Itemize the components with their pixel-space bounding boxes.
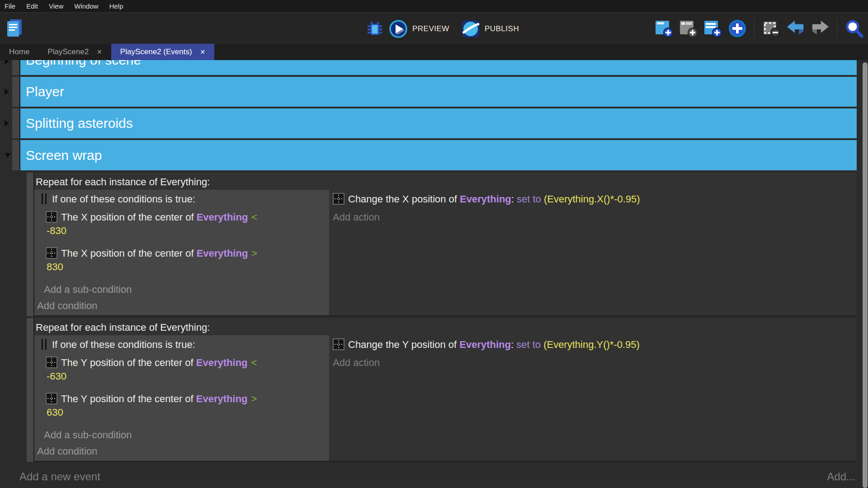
or-condition-label: If one of these conditions is true: xyxy=(52,339,195,350)
menu-edit[interactable]: Edit xyxy=(21,0,43,13)
condition-text: The Y position of the center of xyxy=(61,357,196,368)
repeat-event-x[interactable]: Repeat for each instance of Everything: … xyxy=(27,173,857,316)
event-handle[interactable] xyxy=(12,60,20,75)
action-expression: (Everything.X()*-0.95) xyxy=(544,193,640,205)
chevron-right-icon[interactable] xyxy=(5,120,9,127)
tab-bar: Home PlayScene2 ✕ PlayScene2 (Events) ✕ xyxy=(0,44,868,60)
add-comment-icon[interactable] xyxy=(703,19,722,38)
tab-home[interactable]: Home xyxy=(0,44,38,60)
comparison-operator: < xyxy=(251,211,257,223)
or-condition-row[interactable]: If one of these conditions is true: xyxy=(42,338,326,352)
close-icon[interactable]: ✕ xyxy=(97,48,102,56)
position-icon xyxy=(46,211,57,223)
tab-label: PlayScene2 (Events) xyxy=(120,47,192,56)
add-circle-icon[interactable] xyxy=(728,19,747,38)
event-group-splitting-asteroids[interactable]: Splitting asteroids xyxy=(12,108,857,138)
chevron-down-icon[interactable] xyxy=(5,153,11,158)
action-row[interactable]: Change the Y position of Everything: set… xyxy=(333,338,857,352)
conditions-panel: If one of these conditions is true: The … xyxy=(34,190,329,315)
or-conditions-icon xyxy=(42,193,47,204)
group-title: Screen wrap xyxy=(20,140,857,170)
condition-value: -830 xyxy=(47,224,326,238)
event-group-player[interactable]: Player xyxy=(12,77,857,107)
preview-play-icon[interactable] xyxy=(389,19,408,38)
add-more-link[interactable]: Add... xyxy=(827,470,855,483)
comparison-operator: > xyxy=(251,393,257,404)
debug-icon[interactable] xyxy=(365,19,384,38)
event-body: Repeat for each instance of Everything: … xyxy=(34,173,857,316)
publish-button[interactable]: PUBLISH xyxy=(485,24,519,33)
menu-help[interactable]: Help xyxy=(104,0,129,13)
event-handle[interactable] xyxy=(27,318,34,462)
redo-icon[interactable] xyxy=(811,19,830,38)
object-name: Everything xyxy=(196,393,248,404)
main-toolbar: PREVIEW PUBLISH xyxy=(0,13,868,44)
event-handle[interactable] xyxy=(12,108,20,138)
tab-playscene2[interactable]: PlayScene2 ✕ xyxy=(38,44,111,60)
add-action-link[interactable]: Add action xyxy=(333,211,857,224)
edit-selection-icon[interactable] xyxy=(762,19,781,38)
action-colon: : xyxy=(511,339,516,350)
object-name: Everything xyxy=(196,357,248,368)
toolbar-separator xyxy=(837,19,837,38)
action-text: Change the Y position of xyxy=(348,339,459,350)
action-colon: : xyxy=(511,193,517,205)
menu-file[interactable]: File xyxy=(0,0,21,13)
vertical-scrollbar[interactable] xyxy=(863,62,868,488)
condition-value: 630 xyxy=(47,406,326,419)
condition-row[interactable]: The X position of the center of Everythi… xyxy=(46,211,326,238)
condition-row[interactable]: The X position of the center of Everythi… xyxy=(46,247,326,274)
add-condition-link[interactable]: Add condition xyxy=(37,299,326,313)
condition-row[interactable]: The Y position of the center of Everythi… xyxy=(46,392,326,419)
add-subevent-icon[interactable] xyxy=(679,19,698,38)
actions-panel: Change the X position of Everything: set… xyxy=(329,190,857,315)
actions-panel: Change the Y position of Everything: set… xyxy=(329,335,857,461)
group-title: Player xyxy=(20,77,857,107)
repeat-header[interactable]: Repeat for each instance of Everything: xyxy=(34,173,857,190)
add-sub-condition-link[interactable]: Add a sub-condition xyxy=(44,428,326,442)
toolbar-separator xyxy=(754,19,755,38)
event-body: Repeat for each instance of Everything: … xyxy=(34,318,857,462)
add-sub-condition-link[interactable]: Add a sub-condition xyxy=(44,283,326,296)
action-text: Change the X position of xyxy=(348,193,460,205)
event-handle[interactable] xyxy=(27,173,34,316)
event-group-screen-wrap[interactable]: Screen wrap xyxy=(12,140,857,170)
menu-window[interactable]: Window xyxy=(69,0,104,13)
event-group-beginning-of-scene[interactable]: Beginning of scene xyxy=(12,60,857,75)
close-icon[interactable]: ✕ xyxy=(200,48,206,56)
repeat-header[interactable]: Repeat for each instance of Everything: xyxy=(34,318,857,335)
tab-playscene2-events[interactable]: PlayScene2 (Events) ✕ xyxy=(111,44,214,60)
event-handle[interactable] xyxy=(12,140,20,170)
repeat-event-y[interactable]: Repeat for each instance of Everything: … xyxy=(27,318,857,462)
preview-button[interactable]: PREVIEW xyxy=(412,24,449,33)
chevron-right-icon[interactable] xyxy=(5,60,9,65)
publish-globe-icon[interactable] xyxy=(461,19,480,38)
object-name: Everything xyxy=(459,339,511,350)
or-condition-row[interactable]: If one of these conditions is true: xyxy=(42,192,326,206)
group-title: Splitting asteroids xyxy=(20,108,857,138)
position-icon xyxy=(46,393,57,404)
tab-label: Home xyxy=(9,47,29,56)
event-handle[interactable] xyxy=(12,77,20,107)
conditions-panel: If one of these conditions is true: The … xyxy=(34,335,329,461)
menu-view[interactable]: View xyxy=(43,0,69,13)
action-expression: (Everything.Y()*-0.95) xyxy=(543,339,640,350)
search-icon[interactable] xyxy=(844,19,863,38)
action-row[interactable]: Change the X position of Everything: set… xyxy=(333,192,857,206)
undo-icon[interactable] xyxy=(786,19,805,38)
position-icon xyxy=(46,247,57,259)
set-to-operator: set to xyxy=(517,193,544,205)
tab-label: PlayScene2 xyxy=(47,47,89,56)
condition-row[interactable]: The Y position of the center of Everythi… xyxy=(46,356,326,383)
add-action-link[interactable]: Add action xyxy=(333,356,857,370)
add-new-event-link[interactable]: Add a new event xyxy=(19,470,100,483)
add-condition-link[interactable]: Add condition xyxy=(37,445,326,458)
add-event-icon[interactable] xyxy=(655,19,674,38)
events-sheet: Beginning of scene Player Splitting aste… xyxy=(0,60,868,488)
condition-text: The Y position of the center of xyxy=(61,393,196,404)
comparison-operator: < xyxy=(251,357,257,368)
comparison-operator: > xyxy=(251,248,257,259)
gdevelop-logo-icon xyxy=(5,19,24,38)
menu-bar: File Edit View Window Help xyxy=(0,0,868,13)
chevron-right-icon[interactable] xyxy=(5,89,9,95)
